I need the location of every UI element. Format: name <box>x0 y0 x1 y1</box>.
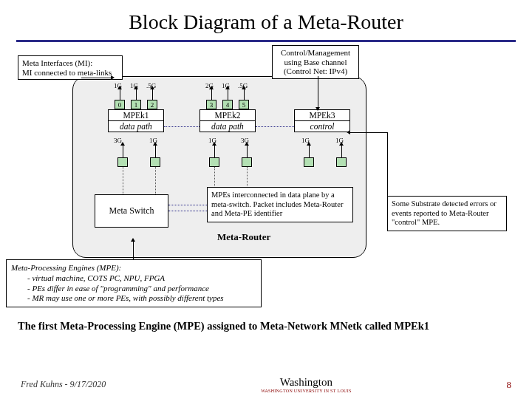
mpe-desc-b: - PEs differ in ease of "programming" an… <box>11 284 256 294</box>
cm-line3: (Control Net: IPv4) <box>276 66 355 76</box>
bport-c <box>209 157 219 167</box>
mpe-desc-box: Meta-Processing Engines (MPE): - virtual… <box>6 259 262 307</box>
mpe-k3-name: MPEk3 <box>309 111 335 120</box>
mpe3-down-l <box>309 146 310 157</box>
slide-caption: The first Meta-Processing Engine (MPE) a… <box>18 320 514 332</box>
cm-to-mpe3 <box>318 76 318 107</box>
bport-e <box>304 157 314 167</box>
bport-d <box>242 157 252 167</box>
mpe-k1-sub: data path <box>109 121 163 132</box>
port-4: 4 <box>222 100 233 109</box>
bport-f <box>336 157 347 167</box>
err-note-arrow-v <box>387 132 388 196</box>
mpe-k3: MPEk3 control <box>294 109 350 132</box>
link-3 <box>211 89 212 100</box>
err-note-arrow <box>350 132 387 133</box>
sw-link-a <box>123 167 123 194</box>
mi-box: Meta Interfaces (MI): MI connected to me… <box>18 55 123 80</box>
mpe-note: MPEs interconnected in data plane by a m… <box>207 187 353 222</box>
footer: Fred Kuhns - 9/17/2020 Washington WASHIN… <box>0 376 532 393</box>
mi-arrow-v <box>81 78 82 78</box>
datapath-link-12 <box>164 126 200 127</box>
footer-uni-name: Washington <box>280 376 332 388</box>
diagram-area: Meta Interfaces (MI): MI connected to me… <box>15 50 517 316</box>
mpe2-down-l <box>214 146 215 157</box>
mpe1-down-l <box>123 146 123 157</box>
mpe-k2: MPEk2 data path <box>200 109 256 132</box>
mpe-desc-arrow <box>133 242 134 259</box>
mpe-k1: MPEk1 data path <box>108 109 164 132</box>
meta-switch: Meta Switch <box>95 194 168 228</box>
title-underline <box>16 40 516 42</box>
bport-a <box>117 157 128 167</box>
cm-line2: using Base channel <box>276 58 355 67</box>
mi-line2: MI connected to meta-links <box>22 68 118 78</box>
port-3: 3 <box>206 100 216 109</box>
mpe-desc-c: - MR may use one or more PEs, with possi… <box>11 293 256 304</box>
port-2: 2 <box>147 100 157 109</box>
mpe2-down-r <box>247 146 248 157</box>
footer-uni-sub: WASHINGTON UNIVERSITY IN ST LOUIS <box>261 389 351 393</box>
mpe-desc-a: - virtual machine, COTS PC, NPU, FPGA <box>11 273 256 284</box>
link-4 <box>228 89 228 100</box>
mpe-k2-sub: data path <box>200 121 255 132</box>
footer-university: Washington WASHINGTON UNIVERSITY IN ST L… <box>261 376 351 393</box>
port-0: 0 <box>115 100 125 109</box>
cm-line1: Control/Management <box>276 48 355 58</box>
mpe-desc-h: Meta-Processing Engines (MPE): <box>11 263 256 273</box>
slide-title: Block Diagram of a Meta-Router <box>0 0 532 40</box>
port-5: 5 <box>239 100 249 109</box>
footer-author-date: Fred Kuhns - 9/17/2020 <box>21 379 106 390</box>
bport-b <box>150 157 160 167</box>
mi-line1: Meta Interfaces (MI): <box>22 58 118 68</box>
mpe-k1-name: MPEk1 <box>123 111 149 120</box>
port-1: 1 <box>131 100 141 109</box>
mpe3-down-r <box>341 146 342 157</box>
link-5 <box>244 89 245 100</box>
link-2 <box>152 89 153 100</box>
mpe-k2-name: MPEk2 <box>214 111 240 120</box>
mi-arrow <box>81 78 111 78</box>
link-0 <box>120 89 120 100</box>
mpe-k3-sub: control <box>295 121 349 132</box>
sw-link-b <box>155 167 156 194</box>
datapath-link-23 <box>256 126 294 127</box>
mpe1-down-r <box>155 146 156 157</box>
cm-box: Control/Management using Base channel (C… <box>272 45 359 79</box>
link-1 <box>136 89 137 100</box>
error-note: Some Substrate detected errors or events… <box>387 196 507 231</box>
page-number: 8 <box>506 379 511 391</box>
meta-router-label: Meta-Router <box>217 231 270 243</box>
